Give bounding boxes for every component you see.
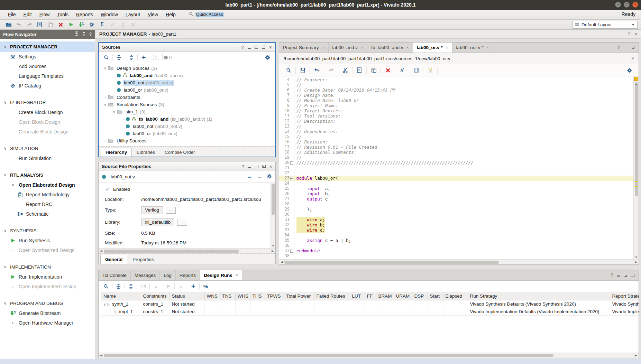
scroll-left-icon[interactable]: ◀ [99, 249, 104, 253]
maximize-icon[interactable] [255, 46, 258, 49]
flow-item-language-templates[interactable]: Language Templates [0, 71, 95, 81]
help-icon[interactable]: ? [241, 45, 244, 50]
expand-all-icon[interactable] [127, 53, 136, 62]
flow-section-header-simulation[interactable]: ∨SIMULATION [0, 143, 95, 153]
design-runs-horizontal-scrollbar[interactable]: ◀ ▶ [99, 353, 639, 358]
add-run-icon[interactable]: + [189, 282, 198, 291]
percent-icon[interactable]: % [201, 282, 210, 291]
messages-badge[interactable]: 0 [164, 53, 172, 62]
flow-item-schematic[interactable]: Schematic [0, 209, 95, 219]
code-editor[interactable]: 4// Engineer:5//6// Create Date: 09/24/2… [279, 76, 639, 259]
flow-item-generate-bitstream[interactable]: Generate Bitstream [0, 308, 95, 318]
comment-icon[interactable]: // [397, 66, 407, 75]
collapse-all-icon[interactable] [114, 53, 123, 62]
scroll-up-icon[interactable]: ▲ [634, 82, 639, 86]
column-header-uram[interactable]: URAM [394, 292, 412, 300]
columns-icon[interactable] [411, 66, 421, 75]
chevron-down-icon[interactable]: ∨ [111, 110, 117, 114]
run-play-icon[interactable]: ▷ [115, 310, 117, 314]
help-icon[interactable]: ? [617, 45, 620, 50]
bitstream-icon[interactable] [76, 20, 86, 29]
column-header-tns[interactable]: TNS [220, 292, 235, 300]
scrollbar-thumb[interactable] [104, 354, 553, 357]
gear-icon[interactable] [267, 174, 272, 180]
menu-flow[interactable]: Flow [36, 10, 54, 19]
redo-icon[interactable] [326, 66, 336, 75]
float-icon[interactable] [624, 274, 627, 277]
tab-properties[interactable]: Properties [128, 255, 158, 264]
scrollbar-thumb[interactable] [284, 261, 499, 264]
menu-edit[interactable]: Edit [20, 10, 36, 19]
property-value-box[interactable]: Verilog [141, 206, 163, 214]
search-icon[interactable] [102, 53, 111, 62]
minimize-icon[interactable] [248, 48, 251, 49]
tree-item-lab00-not[interactable]: lab00_not(lab00_not.v) [99, 79, 275, 86]
maximize-icon[interactable] [624, 46, 627, 49]
column-header-lut[interactable]: LUT [350, 292, 365, 300]
fold-icon[interactable]: − [290, 160, 294, 165]
close-tab-icon[interactable]: × [236, 273, 238, 278]
expand-all-icon[interactable] [82, 31, 86, 37]
minimize-window-icon[interactable]: – [615, 2, 621, 8]
editor-tab-lab00-not-v[interactable]: lab00_not.v *× [452, 43, 493, 53]
maximize-icon[interactable] [255, 165, 258, 168]
minimize-icon[interactable] [617, 276, 620, 277]
delete-x-icon[interactable] [55, 20, 66, 29]
quick-access-input[interactable]: Quick Access [187, 11, 242, 18]
sources-panel-header[interactable]: Sources ? × [99, 43, 275, 52]
bottom-tab-log[interactable]: Log [160, 270, 176, 280]
flow-section-header-implementation[interactable]: ∨IMPLEMENTATION [0, 262, 95, 272]
close-icon[interactable]: × [634, 32, 637, 36]
help-icon[interactable]: ? [89, 32, 92, 37]
maximize-window-icon[interactable]: □ [624, 2, 630, 8]
column-header-ths[interactable]: THS [250, 292, 265, 300]
close-icon[interactable]: × [631, 56, 634, 61]
close-tab-icon[interactable]: × [361, 45, 363, 50]
open-folder-icon[interactable] [3, 20, 14, 29]
properties-vertical-scrollbar[interactable]: ▼ [271, 183, 275, 248]
back-arrow-icon[interactable]: ← [247, 173, 253, 180]
flow-item-settings[interactable]: Settings [0, 52, 95, 62]
flow-item-report-methodology[interactable]: Report Methodology [0, 190, 95, 199]
scrollbar-thumb[interactable] [272, 184, 275, 215]
menu-help[interactable]: Help [162, 10, 180, 19]
add-sources-icon[interactable]: + [139, 53, 148, 62]
close-icon[interactable]: × [269, 165, 272, 168]
scrollbar-thumb[interactable] [104, 250, 239, 253]
search-icon[interactable] [283, 66, 294, 75]
column-header-start[interactable]: Start [428, 292, 443, 300]
column-header-status[interactable]: Status [170, 292, 204, 300]
step-first-icon[interactable] [139, 282, 148, 291]
copy-document-icon[interactable] [354, 66, 365, 75]
forward-arrow-icon[interactable]: → [257, 173, 263, 180]
run-icon[interactable] [66, 20, 76, 29]
tree-item-sim-1[interactable]: ∨sim_1(3) [99, 108, 275, 115]
minimize-icon[interactable] [248, 167, 251, 168]
tree-item-lab00-and[interactable]: lab00_and(lab00_and.v) [99, 72, 275, 79]
flow-item-ip-catalog[interactable]: IP Catalog [0, 81, 95, 91]
close-tab-icon[interactable]: × [486, 45, 489, 50]
fold-icon[interactable]: − [290, 248, 294, 253]
paste-icon[interactable] [45, 20, 55, 29]
close-window-icon[interactable]: × [632, 2, 638, 8]
flow-section-header-rtl-analysis[interactable]: ∨RTL ANALYSIS [0, 170, 95, 180]
search-icon[interactable] [101, 282, 111, 291]
scroll-left-icon[interactable]: ◀ [279, 260, 284, 264]
bottom-tab-reports[interactable]: Reports [176, 270, 200, 280]
flow-item-open-hardware-manager[interactable]: ›Open Hardware Manager [0, 318, 95, 328]
lightbulb-icon[interactable] [425, 66, 436, 75]
menu-tools[interactable]: Tools [53, 10, 72, 19]
menu-reports[interactable]: Reports [72, 10, 97, 19]
tree-item-lab00-or[interactable]: lab00_or(lab00_or.v) [99, 86, 275, 94]
layout-selector[interactable]: Default Layout ▼ [573, 21, 638, 29]
run-play-icon[interactable]: ▷ [107, 302, 110, 306]
rewind-icon[interactable]: « [151, 282, 161, 291]
enabled-checkbox[interactable]: ✓ [105, 187, 113, 192]
properties-panel-header[interactable]: Source File Properties ? × [99, 162, 275, 171]
flow-item-open-elaborated-design[interactable]: ∨Open Elaborated Design [0, 180, 95, 190]
gear-icon[interactable] [263, 53, 272, 62]
cut-icon[interactable] [340, 66, 350, 75]
flow-item-run-simulation[interactable]: Run Simulation [0, 153, 95, 163]
property-value-box[interactable]: xil_defaultlib [141, 218, 174, 226]
play-icon[interactable] [164, 282, 173, 291]
